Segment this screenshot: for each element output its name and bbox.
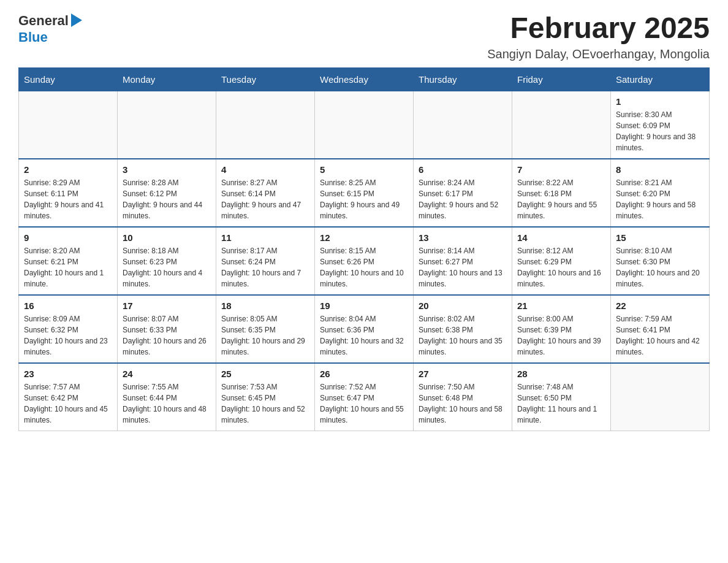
day-info: Sunrise: 8:00 AMSunset: 6:39 PMDaylight:… [517, 313, 605, 358]
day-number: 10 [123, 232, 211, 243]
day-info: Sunrise: 7:52 AMSunset: 6:47 PMDaylight:… [320, 381, 408, 426]
day-of-week-header: Thursday [414, 67, 512, 91]
calendar-day-cell: 18Sunrise: 8:05 AMSunset: 6:35 PMDayligh… [216, 295, 315, 363]
calendar-table: SundayMondayTuesdayWednesdayThursdayFrid… [18, 67, 710, 431]
calendar-week-row: 1Sunrise: 8:30 AMSunset: 6:09 PMDaylight… [19, 91, 710, 159]
calendar-day-cell: 21Sunrise: 8:00 AMSunset: 6:39 PMDayligh… [512, 295, 611, 363]
calendar-day-cell: 20Sunrise: 8:02 AMSunset: 6:38 PMDayligh… [414, 295, 512, 363]
calendar-week-row: 23Sunrise: 7:57 AMSunset: 6:42 PMDayligh… [19, 363, 710, 431]
day-info: Sunrise: 8:25 AMSunset: 6:15 PMDaylight:… [320, 177, 408, 221]
calendar-week-row: 2Sunrise: 8:29 AMSunset: 6:11 PMDaylight… [19, 159, 710, 227]
day-info: Sunrise: 8:18 AMSunset: 6:23 PMDaylight:… [123, 245, 211, 289]
day-of-week-header: Sunday [19, 67, 118, 91]
day-number: 16 [24, 301, 112, 311]
calendar-day-cell [315, 91, 414, 159]
day-number: 13 [419, 232, 507, 243]
day-number: 8 [616, 164, 704, 175]
day-number: 20 [419, 301, 507, 311]
calendar-day-cell: 7Sunrise: 8:22 AMSunset: 6:18 PMDaylight… [512, 159, 611, 227]
day-number: 17 [123, 301, 211, 311]
calendar-day-cell [512, 91, 611, 159]
day-number: 26 [320, 369, 408, 379]
calendar-day-cell: 19Sunrise: 8:04 AMSunset: 6:36 PMDayligh… [315, 295, 414, 363]
day-number: 28 [517, 369, 605, 379]
day-number: 2 [24, 164, 112, 175]
day-number: 21 [517, 301, 605, 311]
day-info: Sunrise: 8:14 AMSunset: 6:27 PMDaylight:… [419, 245, 507, 289]
day-info: Sunrise: 8:22 AMSunset: 6:18 PMDaylight:… [517, 177, 605, 221]
day-number: 9 [24, 232, 112, 243]
logo-blue-text: Blue [18, 29, 48, 45]
calendar-day-cell: 26Sunrise: 7:52 AMSunset: 6:47 PMDayligh… [315, 363, 414, 431]
day-info: Sunrise: 7:53 AMSunset: 6:45 PMDaylight:… [221, 381, 309, 426]
calendar-week-row: 9Sunrise: 8:20 AMSunset: 6:21 PMDaylight… [19, 227, 710, 295]
logo-general-text: General [18, 13, 69, 29]
calendar-header-row: SundayMondayTuesdayWednesdayThursdayFrid… [19, 67, 710, 91]
day-number: 22 [616, 301, 704, 311]
day-info: Sunrise: 7:48 AMSunset: 6:50 PMDaylight:… [517, 381, 605, 426]
day-number: 25 [221, 369, 309, 379]
calendar-day-cell: 13Sunrise: 8:14 AMSunset: 6:27 PMDayligh… [414, 227, 512, 295]
day-number: 7 [517, 164, 605, 175]
day-info: Sunrise: 8:10 AMSunset: 6:30 PMDaylight:… [616, 245, 704, 289]
calendar-day-cell [216, 91, 315, 159]
day-number: 18 [221, 301, 309, 311]
logo: General Blue [18, 12, 82, 45]
day-info: Sunrise: 8:02 AMSunset: 6:38 PMDaylight:… [419, 313, 507, 358]
calendar-day-cell: 15Sunrise: 8:10 AMSunset: 6:30 PMDayligh… [611, 227, 710, 295]
day-number: 14 [517, 232, 605, 243]
location-title: Sangiyn Dalay, OEvoerhangay, Mongolia [487, 47, 710, 61]
day-info: Sunrise: 8:05 AMSunset: 6:35 PMDaylight:… [221, 313, 309, 358]
day-number: 23 [24, 369, 112, 379]
title-section: February 2025 Sangiyn Dalay, OEvoerhanga… [487, 12, 710, 61]
day-info: Sunrise: 8:21 AMSunset: 6:20 PMDaylight:… [616, 177, 704, 221]
day-of-week-header: Friday [512, 67, 611, 91]
calendar-day-cell: 10Sunrise: 8:18 AMSunset: 6:23 PMDayligh… [118, 227, 216, 295]
day-info: Sunrise: 8:24 AMSunset: 6:17 PMDaylight:… [419, 177, 507, 221]
calendar-day-cell: 8Sunrise: 8:21 AMSunset: 6:20 PMDaylight… [611, 159, 710, 227]
day-info: Sunrise: 7:55 AMSunset: 6:44 PMDaylight:… [123, 381, 211, 426]
day-of-week-header: Monday [118, 67, 216, 91]
calendar-day-cell [611, 363, 710, 431]
calendar-day-cell: 25Sunrise: 7:53 AMSunset: 6:45 PMDayligh… [216, 363, 315, 431]
day-of-week-header: Wednesday [315, 67, 414, 91]
day-info: Sunrise: 8:12 AMSunset: 6:29 PMDaylight:… [517, 245, 605, 289]
day-of-week-header: Saturday [611, 67, 710, 91]
calendar-day-cell [118, 91, 216, 159]
day-number: 19 [320, 301, 408, 311]
calendar-day-cell: 27Sunrise: 7:50 AMSunset: 6:48 PMDayligh… [414, 363, 512, 431]
day-info: Sunrise: 8:30 AMSunset: 6:09 PMDaylight:… [616, 109, 704, 153]
day-number: 27 [419, 369, 507, 379]
day-info: Sunrise: 7:57 AMSunset: 6:42 PMDaylight:… [24, 381, 112, 426]
day-info: Sunrise: 7:59 AMSunset: 6:41 PMDaylight:… [616, 313, 704, 358]
month-title: February 2025 [487, 12, 710, 45]
day-number: 1 [616, 96, 704, 107]
calendar-day-cell: 11Sunrise: 8:17 AMSunset: 6:24 PMDayligh… [216, 227, 315, 295]
day-info: Sunrise: 8:27 AMSunset: 6:14 PMDaylight:… [221, 177, 309, 221]
day-number: 12 [320, 232, 408, 243]
calendar-day-cell: 12Sunrise: 8:15 AMSunset: 6:26 PMDayligh… [315, 227, 414, 295]
day-info: Sunrise: 8:17 AMSunset: 6:24 PMDaylight:… [221, 245, 309, 289]
calendar-day-cell: 22Sunrise: 7:59 AMSunset: 6:41 PMDayligh… [611, 295, 710, 363]
calendar-week-row: 16Sunrise: 8:09 AMSunset: 6:32 PMDayligh… [19, 295, 710, 363]
calendar-day-cell: 3Sunrise: 8:28 AMSunset: 6:12 PMDaylight… [118, 159, 216, 227]
calendar-day-cell [414, 91, 512, 159]
day-info: Sunrise: 7:50 AMSunset: 6:48 PMDaylight:… [419, 381, 507, 426]
logo-triangle-icon [71, 13, 82, 29]
calendar-day-cell: 28Sunrise: 7:48 AMSunset: 6:50 PMDayligh… [512, 363, 611, 431]
day-info: Sunrise: 8:28 AMSunset: 6:12 PMDaylight:… [123, 177, 211, 221]
calendar-day-cell: 2Sunrise: 8:29 AMSunset: 6:11 PMDaylight… [19, 159, 118, 227]
day-info: Sunrise: 8:09 AMSunset: 6:32 PMDaylight:… [24, 313, 112, 358]
calendar-day-cell: 5Sunrise: 8:25 AMSunset: 6:15 PMDaylight… [315, 159, 414, 227]
page-header: General Blue February 2025 Sangiyn Dalay… [18, 12, 710, 61]
day-number: 3 [123, 164, 211, 175]
day-number: 15 [616, 232, 704, 243]
day-number: 5 [320, 164, 408, 175]
day-number: 11 [221, 232, 309, 243]
day-of-week-header: Tuesday [216, 67, 315, 91]
day-info: Sunrise: 8:29 AMSunset: 6:11 PMDaylight:… [24, 177, 112, 221]
calendar-day-cell: 1Sunrise: 8:30 AMSunset: 6:09 PMDaylight… [611, 91, 710, 159]
day-number: 6 [419, 164, 507, 175]
calendar-day-cell: 17Sunrise: 8:07 AMSunset: 6:33 PMDayligh… [118, 295, 216, 363]
day-info: Sunrise: 8:04 AMSunset: 6:36 PMDaylight:… [320, 313, 408, 358]
